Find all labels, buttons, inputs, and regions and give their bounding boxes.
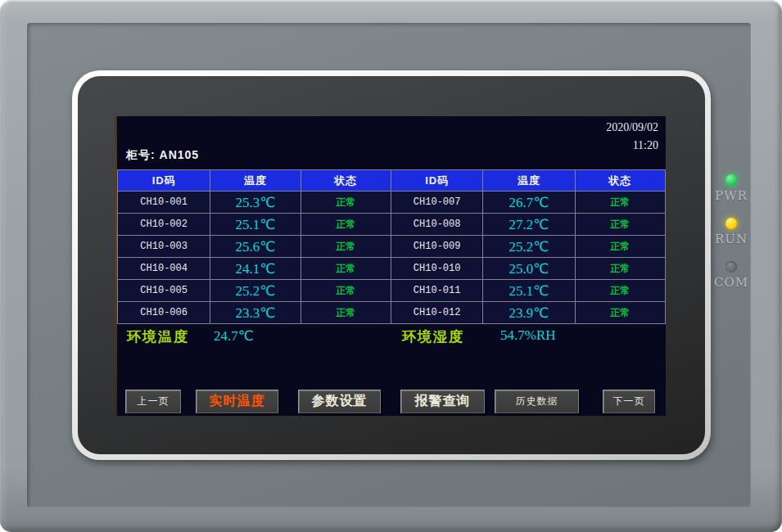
pwr-led-icon <box>725 174 737 186</box>
com-led-label: COM <box>712 275 751 290</box>
table-row: CH10-005 25.2℃ 正常 CH10-011 25.1℃ 正常 <box>118 280 666 302</box>
screen-silver-frame: 2020/09/02 11:20 柜号: AN105 ID码 温度 状态 ID码… <box>72 70 711 460</box>
temperature-cell: 25.0℃ <box>483 258 575 280</box>
header-id: ID码 <box>118 170 210 192</box>
next-page-button[interactable]: 下一页 <box>603 390 655 413</box>
status-cell: 正常 <box>301 236 391 258</box>
channel-id-cell: CH10-003 <box>118 236 210 258</box>
temperature-table: ID码 温度 状态 ID码 温度 状态 CH10-001 25.3℃ 正常 CH… <box>117 169 666 324</box>
com-led-icon <box>725 261 737 273</box>
ambient-humidity-value: 54.7%RH <box>500 327 556 344</box>
history-data-button[interactable]: 历史数据 <box>495 390 579 413</box>
cabinet-label: 柜号: AN105 <box>126 148 199 163</box>
channel-id-cell: CH10-010 <box>391 258 482 280</box>
alarm-query-button[interactable]: 报警查询 <box>400 390 485 413</box>
temperature-cell: 25.1℃ <box>210 214 301 236</box>
header-status: 状态 <box>575 170 665 192</box>
date-text: 2020/09/02 <box>606 119 658 137</box>
channel-id-cell: CH10-004 <box>118 258 210 280</box>
channel-id-cell: CH10-005 <box>118 280 210 302</box>
param-settings-button[interactable]: 参数设置 <box>298 390 381 413</box>
hmi-device-frame: 2020/09/02 11:20 柜号: AN105 ID码 温度 状态 ID码… <box>0 0 782 532</box>
status-cell: 正常 <box>301 192 391 214</box>
channel-id-cell: CH10-008 <box>391 214 482 236</box>
status-cell: 正常 <box>575 302 665 324</box>
table-row: CH10-001 25.3℃ 正常 CH10-007 26.7℃ 正常 <box>118 192 666 214</box>
temperature-cell: 26.7℃ <box>483 192 575 214</box>
status-cell: 正常 <box>301 214 391 236</box>
ambient-temp-value: 24.7℃ <box>214 327 254 345</box>
status-cell: 正常 <box>575 214 665 236</box>
environment-readouts: 环境温度 24.7℃ 环境湿度 54.7%RH <box>117 327 666 349</box>
lcd-touchscreen: 2020/09/02 11:20 柜号: AN105 ID码 温度 状态 ID码… <box>117 116 666 416</box>
status-cell: 正常 <box>301 302 391 324</box>
run-led-label: RUN <box>712 232 751 246</box>
channel-id-cell: CH10-006 <box>118 302 210 324</box>
channel-id-cell: CH10-002 <box>118 214 210 236</box>
header-id: ID码 <box>391 170 482 192</box>
channel-id-cell: CH10-009 <box>391 236 482 258</box>
table-row: CH10-003 25.6℃ 正常 CH10-009 25.2℃ 正常 <box>118 236 666 258</box>
channel-id-cell: CH10-012 <box>391 302 482 324</box>
table-row: CH10-006 23.3℃ 正常 CH10-012 23.9℃ 正常 <box>118 302 666 324</box>
temperature-cell: 25.2℃ <box>210 280 301 302</box>
time-text: 11:20 <box>606 137 658 155</box>
table-row: CH10-004 24.1℃ 正常 CH10-010 25.0℃ 正常 <box>118 258 666 280</box>
temperature-cell: 27.2℃ <box>483 214 575 236</box>
com-indicator: COM <box>712 261 751 290</box>
header-status: 状态 <box>301 170 391 192</box>
temperature-cell: 23.9℃ <box>483 302 575 324</box>
prev-page-button[interactable]: 上一页 <box>125 390 181 413</box>
channel-id-cell: CH10-001 <box>118 192 210 214</box>
status-cell: 正常 <box>575 192 665 214</box>
pwr-indicator: PWR <box>712 174 751 203</box>
table-header-row: ID码 温度 状态 ID码 温度 状态 <box>118 170 666 192</box>
datetime-display: 2020/09/02 11:20 <box>606 119 658 155</box>
status-cell: 正常 <box>301 280 391 302</box>
temperature-cell: 25.6℃ <box>210 236 301 258</box>
channel-id-cell: CH10-011 <box>391 280 482 302</box>
screen-dark-bezel: 2020/09/02 11:20 柜号: AN105 ID码 温度 状态 ID码… <box>78 76 705 454</box>
status-cell: 正常 <box>575 236 665 258</box>
temperature-cell: 25.3℃ <box>210 192 301 214</box>
status-cell: 正常 <box>575 258 665 280</box>
channel-id-cell: CH10-007 <box>391 192 482 214</box>
ambient-temp-label: 环境温度 <box>127 327 189 346</box>
temperature-cell: 23.3℃ <box>210 302 301 324</box>
temperature-cell: 25.2℃ <box>483 236 575 258</box>
ambient-humidity-label: 环境湿度 <box>402 327 464 346</box>
header-temp: 温度 <box>483 170 575 192</box>
temperature-cell: 24.1℃ <box>210 258 301 280</box>
run-led-icon <box>725 218 737 229</box>
temperature-cell: 25.1℃ <box>483 280 575 302</box>
header-temp: 温度 <box>210 170 301 192</box>
status-cell: 正常 <box>575 280 665 302</box>
table-row: CH10-002 25.1℃ 正常 CH10-008 27.2℃ 正常 <box>118 214 666 236</box>
run-indicator: RUN <box>712 218 751 246</box>
status-cell: 正常 <box>301 258 391 280</box>
realtime-temp-button[interactable]: 实时温度 <box>196 390 278 413</box>
pwr-led-label: PWR <box>712 188 751 203</box>
